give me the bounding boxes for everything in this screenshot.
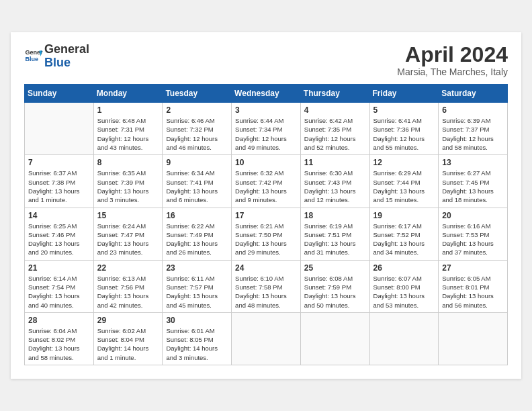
day-info: Sunrise: 6:30 AM Sunset: 7:43 PM Dayligh… bbox=[304, 169, 366, 204]
logo-icon: General Blue bbox=[24, 47, 43, 66]
calendar-title: April 2024 bbox=[397, 43, 508, 66]
calendar-day-cell: 29Sunrise: 6:02 AM Sunset: 8:04 PM Dayli… bbox=[93, 312, 163, 365]
day-info: Sunrise: 6:21 AM Sunset: 7:50 PM Dayligh… bbox=[235, 222, 297, 257]
title-block: April 2024 Marsia, The Marches, Italy bbox=[397, 43, 508, 77]
day-number: 28 bbox=[28, 316, 90, 325]
calendar-day-cell: 13Sunrise: 6:27 AM Sunset: 7:45 PM Dayli… bbox=[439, 155, 508, 208]
calendar-week-row: 14Sunrise: 6:25 AM Sunset: 7:46 PM Dayli… bbox=[25, 208, 508, 260]
day-number: 2 bbox=[166, 105, 228, 115]
calendar-day-cell: 6Sunrise: 6:39 AM Sunset: 7:37 PM Daylig… bbox=[439, 103, 508, 155]
logo-blue: Blue bbox=[44, 56, 71, 69]
day-info: Sunrise: 6:02 AM Sunset: 8:04 PM Dayligh… bbox=[97, 326, 159, 362]
calendar-week-row: 28Sunrise: 6:04 AM Sunset: 8:02 PM Dayli… bbox=[25, 312, 508, 365]
day-info: Sunrise: 6:48 AM Sunset: 7:31 PM Dayligh… bbox=[97, 116, 159, 152]
day-info: Sunrise: 6:27 AM Sunset: 7:45 PM Dayligh… bbox=[442, 169, 504, 204]
day-number: 19 bbox=[373, 211, 435, 220]
day-info: Sunrise: 6:35 AM Sunset: 7:39 PM Dayligh… bbox=[97, 169, 159, 204]
day-info: Sunrise: 6:46 AM Sunset: 7:32 PM Dayligh… bbox=[166, 116, 228, 152]
day-number: 7 bbox=[28, 158, 90, 167]
day-number: 13 bbox=[442, 158, 504, 167]
calendar-day-cell: 10Sunrise: 6:32 AM Sunset: 7:42 PM Dayli… bbox=[232, 155, 301, 208]
calendar-day-cell: 20Sunrise: 6:16 AM Sunset: 7:53 PM Dayli… bbox=[439, 208, 508, 260]
day-number: 17 bbox=[235, 211, 297, 220]
day-number: 30 bbox=[166, 316, 228, 325]
calendar-week-row: 1Sunrise: 6:48 AM Sunset: 7:31 PM Daylig… bbox=[25, 103, 508, 155]
day-info: Sunrise: 6:10 AM Sunset: 7:58 PM Dayligh… bbox=[235, 274, 297, 310]
day-number: 22 bbox=[97, 263, 159, 273]
calendar-day-cell: 24Sunrise: 6:10 AM Sunset: 7:58 PM Dayli… bbox=[232, 260, 301, 312]
day-number: 14 bbox=[28, 211, 90, 220]
calendar-day-cell: 21Sunrise: 6:14 AM Sunset: 7:54 PM Dayli… bbox=[25, 260, 94, 312]
calendar-week-row: 7Sunrise: 6:37 AM Sunset: 7:38 PM Daylig… bbox=[25, 155, 508, 208]
day-info: Sunrise: 6:05 AM Sunset: 8:01 PM Dayligh… bbox=[442, 274, 504, 310]
day-number: 12 bbox=[373, 158, 435, 167]
day-number: 20 bbox=[442, 211, 504, 220]
weekday-header: Friday bbox=[369, 85, 439, 103]
logo-text: General Blue bbox=[44, 43, 89, 70]
day-number: 15 bbox=[97, 211, 159, 220]
weekday-header: Saturday bbox=[439, 85, 508, 103]
calendar-day-cell: 18Sunrise: 6:19 AM Sunset: 7:51 PM Dayli… bbox=[300, 208, 369, 260]
day-number: 3 bbox=[235, 105, 297, 115]
day-info: Sunrise: 6:22 AM Sunset: 7:49 PM Dayligh… bbox=[166, 222, 228, 257]
day-info: Sunrise: 6:16 AM Sunset: 7:53 PM Dayligh… bbox=[442, 222, 504, 257]
day-number: 29 bbox=[97, 316, 159, 325]
calendar-day-cell: 14Sunrise: 6:25 AM Sunset: 7:46 PM Dayli… bbox=[25, 208, 94, 260]
day-number: 23 bbox=[166, 263, 228, 273]
day-info: Sunrise: 6:14 AM Sunset: 7:54 PM Dayligh… bbox=[28, 274, 90, 310]
calendar-container: General Blue General Blue April 2024 Mar… bbox=[11, 32, 521, 379]
calendar-day-cell: 23Sunrise: 6:11 AM Sunset: 7:57 PM Dayli… bbox=[163, 260, 232, 312]
calendar-day-cell: 12Sunrise: 6:29 AM Sunset: 7:44 PM Dayli… bbox=[369, 155, 439, 208]
calendar-day-cell bbox=[439, 312, 508, 365]
day-number: 9 bbox=[166, 158, 228, 167]
day-number: 25 bbox=[304, 263, 366, 273]
calendar-day-cell: 15Sunrise: 6:24 AM Sunset: 7:47 PM Dayli… bbox=[93, 208, 163, 260]
day-info: Sunrise: 6:41 AM Sunset: 7:36 PM Dayligh… bbox=[373, 116, 435, 152]
day-number: 18 bbox=[304, 211, 366, 220]
day-number: 16 bbox=[166, 211, 228, 220]
day-info: Sunrise: 6:39 AM Sunset: 7:37 PM Dayligh… bbox=[442, 116, 504, 152]
weekday-header: Thursday bbox=[300, 85, 369, 103]
calendar-subtitle: Marsia, The Marches, Italy bbox=[397, 66, 508, 77]
day-number: 27 bbox=[442, 263, 504, 273]
weekday-header: Wednesday bbox=[232, 85, 301, 103]
calendar-day-cell bbox=[300, 312, 369, 365]
day-info: Sunrise: 6:17 AM Sunset: 7:52 PM Dayligh… bbox=[373, 222, 435, 257]
weekday-header: Tuesday bbox=[163, 85, 232, 103]
day-info: Sunrise: 6:44 AM Sunset: 7:34 PM Dayligh… bbox=[235, 116, 297, 152]
day-number: 6 bbox=[442, 105, 504, 115]
weekday-header: Monday bbox=[93, 85, 163, 103]
calendar-day-cell: 3Sunrise: 6:44 AM Sunset: 7:34 PM Daylig… bbox=[232, 103, 301, 155]
calendar-day-cell: 30Sunrise: 6:01 AM Sunset: 8:05 PM Dayli… bbox=[163, 312, 232, 365]
calendar-day-cell: 4Sunrise: 6:42 AM Sunset: 7:35 PM Daylig… bbox=[300, 103, 369, 155]
day-number: 24 bbox=[235, 263, 297, 273]
calendar-day-cell bbox=[25, 103, 94, 155]
calendar-day-cell: 5Sunrise: 6:41 AM Sunset: 7:36 PM Daylig… bbox=[369, 103, 439, 155]
header-row: General Blue General Blue April 2024 Mar… bbox=[24, 43, 508, 77]
calendar-day-cell: 22Sunrise: 6:13 AM Sunset: 7:56 PM Dayli… bbox=[93, 260, 163, 312]
calendar-day-cell: 8Sunrise: 6:35 AM Sunset: 7:39 PM Daylig… bbox=[93, 155, 163, 208]
calendar-day-cell: 25Sunrise: 6:08 AM Sunset: 7:59 PM Dayli… bbox=[300, 260, 369, 312]
day-info: Sunrise: 6:04 AM Sunset: 8:02 PM Dayligh… bbox=[28, 326, 90, 362]
calendar-day-cell: 1Sunrise: 6:48 AM Sunset: 7:31 PM Daylig… bbox=[93, 103, 163, 155]
header-row-days: SundayMondayTuesdayWednesdayThursdayFrid… bbox=[25, 85, 508, 103]
day-info: Sunrise: 6:42 AM Sunset: 7:35 PM Dayligh… bbox=[304, 116, 366, 152]
calendar-day-cell: 27Sunrise: 6:05 AM Sunset: 8:01 PM Dayli… bbox=[439, 260, 508, 312]
day-number: 26 bbox=[373, 263, 435, 273]
calendar-day-cell: 2Sunrise: 6:46 AM Sunset: 7:32 PM Daylig… bbox=[163, 103, 232, 155]
day-number: 1 bbox=[97, 105, 159, 115]
calendar-day-cell: 11Sunrise: 6:30 AM Sunset: 7:43 PM Dayli… bbox=[300, 155, 369, 208]
logo-general: General bbox=[44, 42, 89, 56]
day-info: Sunrise: 6:32 AM Sunset: 7:42 PM Dayligh… bbox=[235, 169, 297, 204]
calendar-day-cell: 9Sunrise: 6:34 AM Sunset: 7:41 PM Daylig… bbox=[163, 155, 232, 208]
calendar-day-cell bbox=[232, 312, 301, 365]
weekday-header: Sunday bbox=[25, 85, 94, 103]
day-number: 11 bbox=[304, 158, 366, 167]
day-number: 4 bbox=[304, 105, 366, 115]
calendar-day-cell: 16Sunrise: 6:22 AM Sunset: 7:49 PM Dayli… bbox=[163, 208, 232, 260]
calendar-day-cell: 7Sunrise: 6:37 AM Sunset: 7:38 PM Daylig… bbox=[25, 155, 94, 208]
day-number: 8 bbox=[97, 158, 159, 167]
svg-text:Blue: Blue bbox=[25, 56, 38, 62]
day-info: Sunrise: 6:19 AM Sunset: 7:51 PM Dayligh… bbox=[304, 222, 366, 257]
day-number: 5 bbox=[373, 105, 435, 115]
